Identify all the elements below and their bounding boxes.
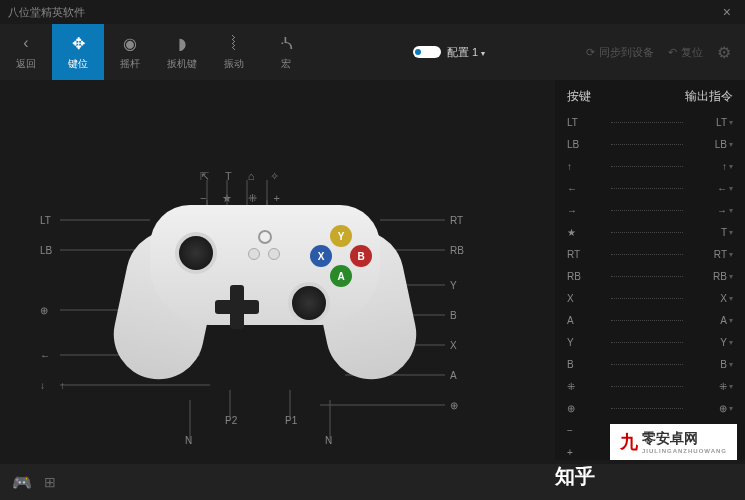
chevron-down-icon: ▾ [729,382,733,391]
label-p1: P1 [285,415,297,426]
label-rstick: ⊕ [450,400,458,411]
view-button [248,248,260,260]
label-n1: N [185,435,192,446]
map-value: A [689,315,727,326]
chevron-down-icon: ▾ [729,228,733,237]
map-value: RT [689,249,727,260]
map-value: LB [689,139,727,150]
trigger-icon: ◗ [178,33,186,53]
profile-dropdown[interactable]: 配置 1 ▾ [447,45,485,60]
label-rt: RT [450,215,463,226]
sync-icon: ⟳ [586,46,595,59]
mapping-row[interactable]: →→▾ [567,199,733,221]
right-stick [288,282,330,324]
logo-icon: 九 [620,430,638,454]
mapping-row[interactable]: RTRT▾ [567,243,733,265]
label-left: ← [40,350,50,361]
top-icon-row: ⇱ T ⌂ ✧ [200,170,279,183]
map-value: ↑ [689,161,727,172]
map-key: ⁜ [567,381,605,392]
reset-button[interactable]: ↶ 复位 [668,45,703,60]
map-value: → [689,205,727,216]
left-stick [175,232,217,274]
map-value: X [689,293,727,304]
map-value: Y [689,337,727,348]
map-value: RB [689,271,727,282]
mapping-row[interactable]: ★T▾ [567,221,733,243]
chevron-down-icon: ▾ [481,49,485,58]
map-key: X [567,293,605,304]
chevron-down-icon: ▾ [729,404,733,413]
mapping-row[interactable]: ⁜⁜▾ [567,375,733,397]
gear-icon[interactable]: ⚙ [717,43,731,62]
map-value: ⊕ [689,403,727,414]
map-key: ↑ [567,161,605,172]
map-key: + [567,447,605,458]
chevron-down-icon: ▾ [729,162,733,171]
chevron-down-icon: ▾ [729,338,733,347]
map-key: A [567,315,605,326]
map-value: T [689,227,727,238]
label-lstick: ⊕ [40,305,48,316]
mapping-row[interactable]: ←←▾ [567,177,733,199]
map-key: LB [567,139,605,150]
chevron-down-icon: ▾ [729,294,733,303]
map-key: ⊕ [567,403,605,414]
map-key: RT [567,249,605,260]
tab-trigger[interactable]: ◗ 扳机键 [156,24,208,80]
mapping-row[interactable]: LTLT▾ [567,111,733,133]
sync-button[interactable]: ⟳ 同步到设备 [586,45,654,60]
home-button [258,230,272,244]
tab-stick[interactable]: ◉ 摇杆 [104,24,156,80]
map-key: LT [567,117,605,128]
tab-macro[interactable]: ᔀ 宏 [260,24,312,80]
toolbar: ‹ 返回 ✥ 键位 ◉ 摇杆 ◗ 扳机键 ⦚ 振动 ᔀ 宏 配置 1 ▾ ⟳ 同… [0,24,745,80]
mapping-row[interactable]: YY▾ [567,331,733,353]
mapping-row[interactable]: XX▾ [567,287,733,309]
watermark-zhihu: 知乎 [555,463,595,490]
dpad-icon: ✥ [72,33,85,53]
mapping-row[interactable]: BB▾ [567,353,733,375]
label-lt: LT [40,215,51,226]
undo-icon: ↶ [668,46,677,59]
mapping-row[interactable]: RBRB▾ [567,265,733,287]
mapping-row[interactable]: LBLB▾ [567,133,733,155]
mapping-row[interactable]: AA▾ [567,309,733,331]
chevron-down-icon: ▾ [729,206,733,215]
windows-icon[interactable]: ⊞ [44,474,56,490]
label-lb: LB [40,245,52,256]
map-value: ⁜ [689,381,727,392]
label-rb: RB [450,245,464,256]
face-a: A [330,265,352,287]
tab-keys[interactable]: ✥ 键位 [52,24,104,80]
map-value: LT [689,117,727,128]
map-key: Y [567,337,605,348]
map-value: ← [689,183,727,194]
mapping-row[interactable]: ↑↑▾ [567,155,733,177]
close-icon[interactable]: × [717,4,737,20]
controller-icon[interactable]: 🎮 [12,473,32,492]
mapping-panel: 按键 输出指令 LTLT▾LBLB▾↑↑▾←←▾→→▾★T▾RTRT▾RBRB▾… [555,80,745,460]
map-key: B [567,359,605,370]
col-header-key: 按键 [567,88,591,105]
map-key: ★ [567,227,605,238]
mapping-row[interactable]: ⊕⊕▾ [567,397,733,419]
chevron-down-icon: ▾ [729,360,733,369]
back-button[interactable]: ‹ 返回 [0,24,52,80]
chevron-down-icon: ▾ [729,250,733,259]
joystick-icon: ◉ [123,33,137,53]
label-up: ↑ [60,380,65,391]
label-b: B [450,310,457,321]
watermark-site: 九 零安卓网 JIULINGANZHUOWANG [610,424,737,460]
macro-icon: ᔀ [280,33,293,53]
map-key: − [567,425,605,436]
face-b: B [350,245,372,267]
statusbar: 🎮 ⊞ [0,464,745,500]
chevron-down-icon: ▾ [729,184,733,193]
profile-indicator [413,46,441,58]
tab-vibration[interactable]: ⦚ 振动 [208,24,260,80]
map-key: → [567,205,605,216]
face-x: X [310,245,332,267]
map-value: B [689,359,727,370]
label-x: X [450,340,457,351]
